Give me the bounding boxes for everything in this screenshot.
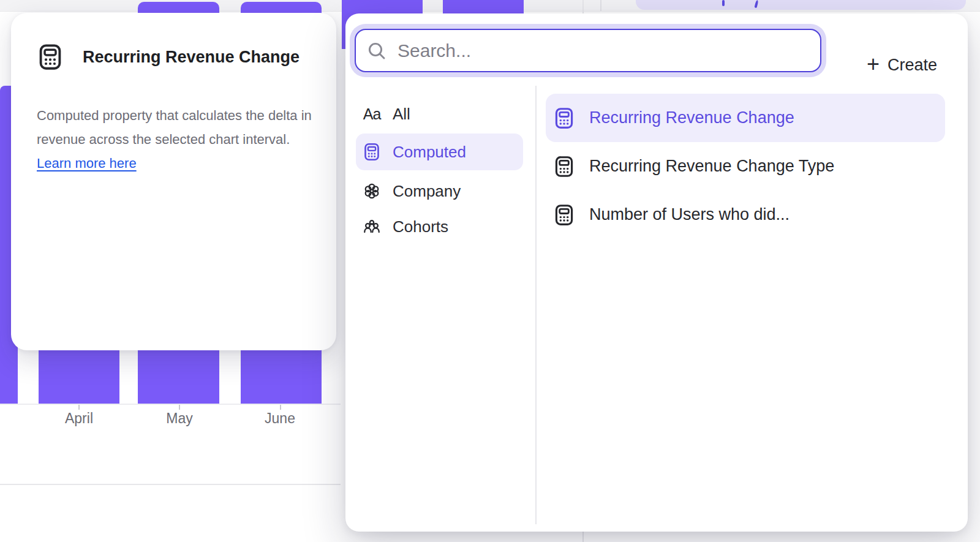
- result-label: Recurring Revenue Change: [589, 108, 794, 127]
- card-bottom-edge: [0, 484, 341, 485]
- people-icon: [363, 217, 381, 236]
- result-item-number-of-users[interactable]: Number of Users who did...: [546, 190, 945, 239]
- screen: April May June Recurring Revenue Change …: [0, 0, 980, 542]
- category-label: All: [393, 105, 410, 124]
- result-item-recurring-revenue-change-type[interactable]: Recurring Revenue Change Type: [546, 142, 945, 190]
- result-item-recurring-revenue-change[interactable]: Recurring Revenue Change: [546, 94, 945, 142]
- tooltip-header: Recurring Revenue Change: [37, 43, 300, 70]
- axis-tick: [179, 405, 180, 410]
- create-button-label: Create: [888, 56, 937, 75]
- tooltip-description-line: Computed property that calculates the: [37, 108, 265, 123]
- calculator-icon: [553, 156, 575, 178]
- x-axis-label-april: April: [65, 410, 93, 427]
- category-item-cohorts[interactable]: Cohorts: [356, 208, 523, 245]
- learn-more-link[interactable]: Learn more here: [37, 156, 137, 171]
- axis-tick: [78, 405, 80, 410]
- property-picker-modal: + Create Aa All Computed Company: [345, 13, 968, 532]
- text-aa-icon: Aa: [363, 105, 381, 123]
- x-axis-label-may: May: [166, 410, 192, 427]
- result-label: Recurring Revenue Change Type: [589, 157, 834, 176]
- tooltip-title: Recurring Revenue Change: [83, 48, 300, 67]
- category-label: Computed: [393, 143, 466, 162]
- category-item-all[interactable]: Aa All: [356, 96, 523, 132]
- axis-tick: [280, 405, 281, 410]
- tooltip-description-line: interval.: [243, 132, 290, 147]
- category-item-computed[interactable]: Computed: [356, 134, 523, 170]
- calculator-icon: [553, 107, 575, 129]
- x-axis-line: [0, 404, 341, 405]
- cluster-icon: [363, 182, 381, 200]
- category-item-company[interactable]: Company: [356, 173, 523, 209]
- clipped-text-fragment: [722, 0, 725, 6]
- search-icon: [367, 41, 386, 61]
- category-label: Company: [393, 182, 461, 201]
- tooltip-description: Computed property that calculates the de…: [37, 104, 312, 175]
- search-input[interactable]: [396, 40, 809, 62]
- create-button[interactable]: + Create: [867, 50, 937, 80]
- plus-icon: +: [867, 53, 880, 75]
- category-label: Cohorts: [393, 217, 448, 236]
- calculator-icon: [363, 143, 381, 161]
- panel-divider-vertical-short: [600, 0, 601, 11]
- property-tooltip-card: Recurring Revenue Change Computed proper…: [11, 13, 336, 350]
- clipped-text-fragment: [754, 0, 758, 8]
- column-divider: [535, 86, 537, 524]
- calculator-icon: [37, 43, 64, 70]
- result-label: Number of Users who did...: [589, 205, 790, 224]
- clipped-toolbar-pill[interactable]: [636, 0, 966, 10]
- x-axis-label-june: June: [265, 410, 295, 427]
- search-field[interactable]: [355, 29, 821, 72]
- calculator-icon: [553, 204, 575, 226]
